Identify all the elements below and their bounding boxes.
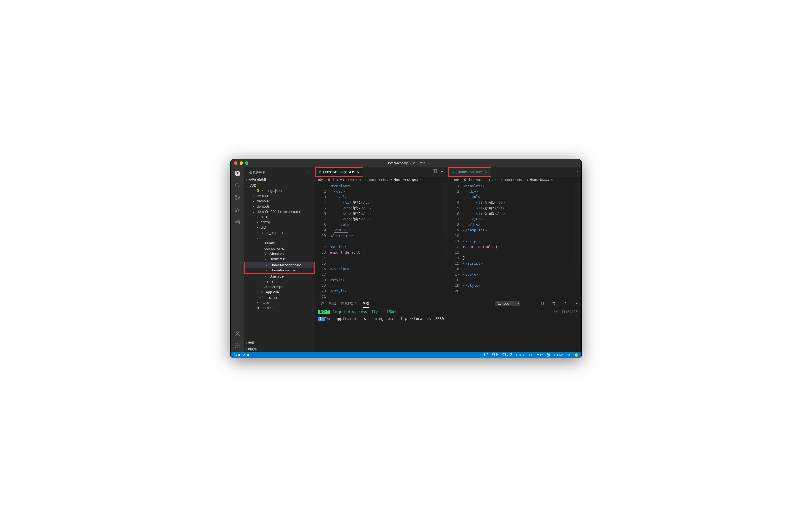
svg-point-5 — [238, 196, 240, 198]
sidebar-header: 资源管理器 ··· — [244, 167, 315, 177]
tab-homemessage[interactable]: V HomeMessage.vue ✕ — [315, 167, 363, 177]
window-title: HomeMessage.vue — vue — [386, 161, 425, 165]
breadcrumb-left[interactable]: o04› 01-learnvuerouter› src› components›… — [315, 177, 448, 183]
panel-tab-output[interactable]: 输出 — [329, 300, 336, 308]
editor-left[interactable]: 123456789101112131415161718192021 <templ… — [315, 183, 448, 299]
status-bell-icon[interactable]: 🔔 — [574, 353, 578, 357]
status-eol[interactable]: LF — [529, 353, 533, 357]
file-babelrc[interactable]: B.babelrc — [244, 305, 315, 311]
folder-demo01[interactable]: ›demo01 — [244, 193, 315, 199]
file-homemessage-vue[interactable]: VHomeMessage.vue — [245, 262, 314, 268]
code-left[interactable]: <template> <div> <ul> <li>消息1</li> <li>消… — [330, 183, 440, 299]
status-cursor-position[interactable]: 行 9，列 9 — [482, 352, 498, 357]
file-about-vue[interactable]: VAbout.vue — [244, 251, 315, 256]
file-homenews-vue[interactable]: VHomeNews.vue — [245, 268, 314, 273]
kill-terminal-icon[interactable] — [552, 301, 556, 306]
close-window-button[interactable] — [234, 162, 237, 165]
split-terminal-icon[interactable] — [540, 301, 544, 306]
js-icon: JS — [263, 285, 268, 288]
done-badge: DONE — [318, 310, 330, 314]
svg-rect-7 — [235, 220, 237, 222]
minimize-window-button[interactable] — [240, 162, 243, 165]
close-tab-icon[interactable]: ✕ — [484, 170, 488, 174]
file-user-vue[interactable]: VUser.vue — [244, 274, 315, 279]
settings-gear-icon[interactable] — [234, 342, 241, 349]
status-encoding[interactable]: UTF-8 — [516, 353, 525, 357]
terminal-timestamp: 上午 11:39:23 — [553, 310, 577, 314]
section-workspace[interactable]: ⌄VUE — [244, 183, 315, 188]
terminal-content[interactable]: DONE Compiled successfully in 150ms I Yo… — [315, 308, 581, 352]
folder-assets[interactable]: ›assets — [244, 240, 315, 246]
editor-group-right: V HomeNews.vue ✕ ··· mo04› 01-learnvuero… — [448, 167, 581, 299]
more-actions-icon[interactable]: ··· — [574, 169, 578, 174]
maximize-window-button[interactable] — [245, 162, 249, 165]
more-actions-icon[interactable]: ··· — [441, 169, 444, 174]
explorer-sidebar: 资源管理器 ··· ›打开的编辑器 ⌄VUE {}settings.json ›… — [244, 167, 315, 352]
status-bar: ⓧ0 ⚠0 行 9，列 9 空格: 2 UTF-8 LF Vue 📡Go Liv… — [231, 352, 581, 358]
source-control-icon[interactable] — [234, 194, 241, 201]
section-outline[interactable]: ›大纲 — [244, 340, 315, 346]
file-settings-json[interactable]: {}settings.json — [244, 188, 315, 193]
close-panel-icon[interactable]: ✕ — [575, 301, 578, 306]
new-terminal-icon[interactable]: ＋ — [528, 301, 531, 306]
more-icon[interactable]: ··· — [307, 170, 310, 175]
vue-icon: V — [263, 257, 268, 260]
titlebar: HomeMessage.vue — vue — [231, 159, 581, 167]
code-right[interactable]: <template> <div> <ul> <li>新闻1</li> <li>新… — [463, 183, 574, 299]
json-icon: {} — [256, 189, 260, 192]
split-editor-icon[interactable] — [433, 169, 437, 174]
file-app-vue[interactable]: VApp.vue — [244, 289, 315, 295]
folder-components[interactable]: ⌄components — [244, 246, 315, 251]
panel-tab-debug[interactable]: 调试控制台 — [341, 300, 358, 308]
babel-icon: B — [256, 306, 260, 310]
panel-tab-problems[interactable]: 问题 — [318, 300, 324, 308]
status-golive[interactable]: 📡Go Live — [546, 353, 563, 357]
file-index-js[interactable]: JSindex.js — [244, 284, 315, 289]
vue-icon: V — [263, 252, 268, 255]
panel-tab-terminal[interactable]: 终端 — [362, 299, 369, 308]
vue-icon: V — [260, 290, 264, 294]
folder-static[interactable]: ›static — [244, 300, 315, 305]
tab-label: HomeMessage.vue — [323, 170, 354, 174]
broadcast-icon: 📡 — [546, 353, 551, 357]
status-feedback-icon[interactable]: ☺ — [567, 353, 571, 357]
terminal-selector[interactable]: 1: node — [495, 301, 520, 306]
folder-build[interactable]: ›build — [244, 214, 315, 220]
folder-demo02[interactable]: ›demo02 — [244, 199, 315, 204]
sidebar-title: 资源管理器 — [249, 170, 266, 175]
tab-actions-right: ··· — [574, 169, 581, 174]
breadcrumb-right[interactable]: mo04› 01-learnvuerouter› src› components… — [448, 177, 581, 183]
explorer-icon[interactable] — [234, 170, 241, 177]
folder-node-modules[interactable]: ›node_modules — [244, 230, 315, 235]
js-icon: JS — [260, 296, 264, 299]
section-open-editors[interactable]: ›打开的编辑器 — [244, 177, 315, 183]
editor-right[interactable]: 1234567891011121314151617181920 <templat… — [448, 183, 581, 299]
folder-config[interactable]: ›config — [244, 220, 315, 225]
file-main-js[interactable]: JSmain.js — [244, 295, 315, 300]
account-icon[interactable] — [234, 330, 241, 337]
status-indent[interactable]: 空格: 2 — [502, 352, 512, 357]
file-tree: {}settings.json ›demo01 ›demo02 ›demo03 … — [244, 188, 315, 340]
minimap-right[interactable] — [574, 183, 581, 299]
maximize-panel-icon[interactable]: ⌃ — [564, 301, 567, 306]
folder-dist[interactable]: ›dist — [244, 225, 315, 230]
folder-router[interactable]: ⌄router — [244, 279, 315, 284]
svg-point-2 — [235, 183, 239, 187]
tabs-left: V HomeMessage.vue ✕ ··· — [315, 167, 448, 177]
activity-bar — [231, 167, 244, 352]
info-badge: I — [318, 317, 325, 321]
tab-homenews[interactable]: V HomeNews.vue ✕ — [448, 167, 491, 177]
file-home-vue[interactable]: VHome.vue — [244, 256, 315, 262]
extensions-icon[interactable] — [234, 219, 241, 226]
search-icon[interactable] — [234, 182, 241, 189]
section-timeline[interactable]: ›时间线 — [244, 346, 315, 352]
close-tab-icon[interactable]: ✕ — [356, 170, 359, 174]
folder-demo03[interactable]: ›demo03 — [244, 204, 315, 209]
folder-demo04[interactable]: ⌄demo04 / 01-learnvuerouter — [244, 209, 315, 214]
status-errors[interactable]: ⓧ0 ⚠0 — [234, 352, 249, 357]
minimap-left[interactable] — [440, 183, 448, 299]
folder-src[interactable]: ⌄src — [244, 235, 315, 240]
status-language[interactable]: Vue — [537, 353, 543, 357]
run-debug-icon[interactable] — [234, 206, 241, 213]
panel-tabs: 问题 输出 调试控制台 终端 1: node ＋ ⌃ ✕ — [315, 300, 581, 308]
